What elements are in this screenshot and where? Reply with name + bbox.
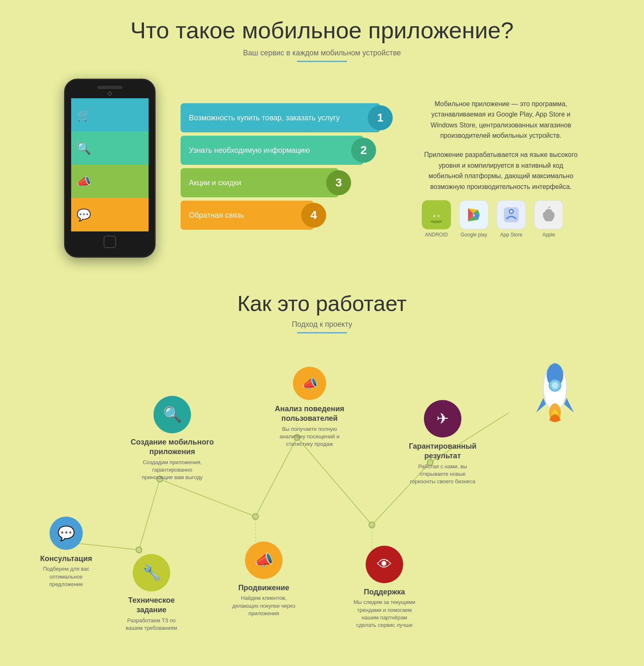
phone-row-4: 💬 [71, 198, 149, 231]
svg-point-38 [552, 382, 558, 389]
node-analiz: 📣 Анализ поведения пользователей Вы полу… [268, 367, 351, 448]
analiz-icon: 📣 [293, 367, 326, 400]
node-konsult: 💬 Консультация Подберем для вас оптималь… [35, 517, 97, 588]
section2-subtitle: Подход к проекту [25, 320, 619, 329]
node-result: ✈ Гарантированный результат Работая с на… [401, 400, 484, 485]
phone-icon-search: 🔍 [71, 142, 96, 155]
node-tz: 🔧 Техническое задание Разработаем ТЗ по … [114, 554, 189, 632]
apple-label: Apple [542, 232, 555, 238]
desc-text-1: Мобильное приложение — это программа, ус… [422, 99, 580, 141]
rocket [522, 358, 588, 425]
sozdanie-desc: Создадим приложения, гарантированно прин… [139, 459, 206, 482]
svg-point-24 [253, 514, 258, 519]
phone-row-2: 🔍 [71, 132, 149, 165]
phone-icon-megaphone: 📣 [71, 175, 96, 189]
svg-rect-1 [431, 213, 442, 221]
description-block: Мобильное приложение — это программа, ус… [414, 99, 580, 238]
result-desc: Работая с нами, вы открываете новые гори… [409, 463, 476, 486]
bar-1-text: Возможность купить товар, заказать услуг… [189, 114, 340, 122]
svg-point-6 [433, 215, 435, 217]
bar-4-text: Обратная связь [189, 211, 244, 220]
sozdanie-icon: 🔍 [154, 396, 191, 433]
bar-number-4: 4 [301, 203, 326, 228]
store-android: ANDROID [422, 200, 451, 238]
svg-rect-4 [429, 214, 431, 218]
appstore-label: App Store [500, 232, 522, 238]
phone-camera [108, 92, 112, 96]
features-bars: Возможность купить товар, заказать услуг… [181, 103, 389, 233]
svg-point-26 [369, 522, 375, 528]
android-icon-box [422, 200, 451, 229]
gplay-icon-box [459, 200, 488, 229]
bar-2-text: Узнать необходимую информацию [189, 146, 310, 155]
gplay-label: Google play [461, 232, 487, 238]
tz-icon: 🔧 [133, 554, 170, 591]
svg-point-22 [136, 547, 142, 553]
subtitle-line [297, 61, 347, 62]
appstore-icon-box [497, 200, 526, 229]
phone: 🛒 🔍 📣 💬 [64, 79, 156, 258]
feature-bar-4: Обратная связь 4 [181, 201, 389, 230]
svg-point-20 [510, 210, 513, 213]
feature-bar-3: Акции и скидки 3 [181, 168, 389, 197]
section1: Что такое мобильное приложение? Ваш серв… [0, 0, 644, 266]
section2-line [297, 332, 347, 333]
bar-4: Обратная связь 4 [181, 201, 314, 230]
subtitle: Ваш сервис в каждом мобильном устройстве [25, 49, 619, 57]
tz-desc: Разработаем ТЗ по вашим требованиям [118, 617, 185, 632]
desc-text-2: Приложение разрабатывается на языке высо… [422, 149, 580, 192]
podderzhka-desc: Мы следим за текущими трендами и помогае… [351, 599, 418, 629]
result-icon: ✈ [424, 400, 461, 437]
feature-bar-1: Возможность купить товар, заказать услуг… [181, 103, 389, 132]
store-gplay: Google play [459, 200, 488, 238]
section2-title: Как это работает [25, 291, 619, 316]
konsult-desc: Подберем для вас оптимальное предложение [35, 565, 97, 588]
feature-bar-2: Узнать необходимую информацию 2 [181, 136, 389, 165]
bar-3-text: Акции и скидки [189, 179, 241, 187]
tz-title: Техническое задание [114, 596, 189, 615]
section2: Как это работает Подход к проекту [0, 266, 644, 616]
phone-home-button [104, 236, 116, 248]
bar-3: Акции и скидки 3 [181, 168, 339, 197]
svg-point-7 [438, 215, 439, 217]
phone-icon-cart: 🛒 [71, 108, 96, 122]
node-sozdanie: 🔍 Создание мобильного приложения Создади… [131, 396, 214, 481]
android-label: ANDROID [425, 232, 448, 238]
store-appstore: App Store [497, 200, 526, 238]
prodviz-desc: Найдем клиентов, делающих покупки через … [230, 594, 297, 617]
konsult-icon: 💬 [50, 517, 83, 550]
bar-number-3: 3 [326, 170, 351, 195]
sozdanie-title: Создание мобильного приложения [131, 437, 214, 457]
result-title: Гарантированный результат [401, 442, 484, 461]
bar-number-1: 1 [368, 105, 393, 130]
node-prodviz: 📣 Продвижение Найдем клиентов, делающих … [226, 542, 301, 617]
phone-screen: 🛒 🔍 📣 💬 [71, 98, 149, 231]
prodviz-title: Продвижение [238, 583, 290, 593]
podderzhka-title: Поддержка [364, 587, 405, 597]
store-icons: ANDROID Google play App Store [422, 200, 580, 238]
analiz-title: Анализ поведения пользователей [268, 404, 351, 424]
apple-icon-box [534, 200, 563, 229]
bar-1: Возможность купить товар, заказать услуг… [181, 103, 380, 132]
prodviz-icon: 📣 [245, 542, 282, 579]
phone-row-1: 🛒 [71, 98, 149, 132]
store-apple: Apple [534, 200, 563, 238]
podderzhka-icon: 👁 [366, 546, 403, 583]
bar-number-2: 2 [351, 138, 376, 163]
bar-2: Узнать необходимую информацию 2 [181, 136, 364, 165]
phone-section: 🛒 🔍 📣 💬 Возможно [25, 79, 619, 258]
svg-rect-5 [441, 214, 444, 218]
node-podderzhka: 👁 Поддержка Мы следим за текущими тренда… [343, 546, 426, 629]
konsult-title: Консультация [40, 554, 92, 564]
phone-row-3: 📣 [71, 165, 149, 198]
analiz-desc: Вы получаете полную аналитику посещений … [276, 425, 343, 448]
main-title: Что такое мобильное приложение? [25, 17, 619, 44]
workflow: 💬 Консультация Подберем для вас оптималь… [31, 350, 613, 600]
phone-speaker [97, 86, 122, 89]
phone-icon-chat: 💬 [71, 208, 96, 222]
phone-wrapper: 🛒 🔍 📣 💬 [64, 79, 156, 258]
